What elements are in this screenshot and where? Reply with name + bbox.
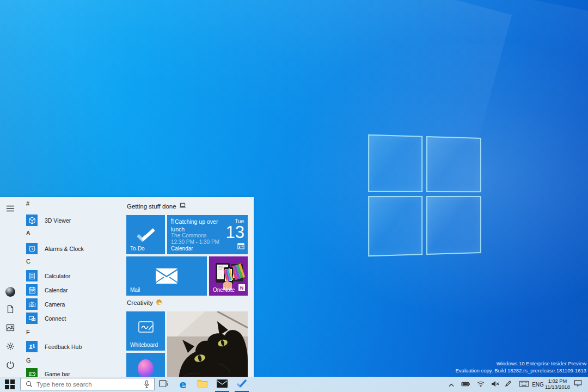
pictures-button[interactable] bbox=[4, 323, 16, 335]
speaker-muted-icon bbox=[491, 379, 499, 389]
event-time: 12:30 PM - 1:30 PM bbox=[171, 239, 224, 246]
tile-to-do[interactable]: To-Do bbox=[126, 215, 165, 254]
action-center-button[interactable] bbox=[571, 377, 585, 392]
app-item-alarms-clock[interactable]: Alarms & Clock bbox=[26, 243, 84, 254]
evaluation-watermark: Windows 10 Enterprise Insider Preview Ev… bbox=[456, 360, 586, 374]
windows-logo-pane bbox=[368, 134, 422, 192]
documents-button[interactable] bbox=[4, 304, 16, 316]
user-avatar bbox=[5, 287, 15, 297]
connect-icon bbox=[26, 313, 38, 324]
calendar-icon bbox=[26, 284, 38, 296]
expand-menu-button[interactable] bbox=[4, 204, 16, 216]
tile-label: Whiteboard bbox=[130, 342, 158, 348]
fork-knife-icon bbox=[171, 218, 175, 226]
battery-tray-button[interactable] bbox=[459, 377, 472, 392]
windows-logo-wallpaper bbox=[368, 134, 481, 256]
taskbar-clock[interactable]: 1:02 PM 11/13/2018 bbox=[544, 378, 571, 390]
tile-mail[interactable]: Mail bbox=[126, 256, 207, 296]
power-button[interactable] bbox=[4, 360, 16, 372]
tile-group-title[interactable]: Creativity bbox=[127, 299, 162, 307]
mail-icon bbox=[217, 379, 228, 390]
taskbar: e bbox=[0, 377, 588, 392]
group-title-text: Getting stuff done bbox=[127, 203, 176, 210]
tile-group-title[interactable]: Getting stuff done bbox=[127, 203, 186, 210]
paint-balloon-icon bbox=[138, 359, 154, 377]
app-item-3d-viewer[interactable]: 3D Viewer bbox=[26, 215, 71, 226]
tile-photos-cat[interactable] bbox=[167, 311, 248, 377]
clock-time: 1:02 PM bbox=[544, 378, 571, 384]
gear-icon bbox=[6, 342, 15, 353]
event-location: The Commons bbox=[171, 232, 224, 239]
windows-logo-pane bbox=[368, 196, 422, 256]
tile-paint-3d[interactable] bbox=[126, 353, 165, 377]
volume-tray-button[interactable] bbox=[488, 377, 501, 392]
onenote-logo-icon: N bbox=[238, 283, 245, 293]
tile-label: OneNote bbox=[213, 287, 235, 293]
language-indicator[interactable]: ENG bbox=[531, 377, 545, 392]
app-section-letter[interactable]: G bbox=[26, 357, 31, 364]
microphone-icon[interactable] bbox=[144, 380, 150, 388]
camera-icon bbox=[26, 298, 38, 310]
app-label: Connect bbox=[45, 315, 66, 322]
app-section-letter[interactable]: # bbox=[26, 200, 29, 207]
app-item-game-bar[interactable]: Game bar bbox=[26, 368, 70, 377]
taskbar-mail-button[interactable] bbox=[215, 377, 230, 392]
app-item-connect[interactable]: Connect bbox=[26, 313, 66, 324]
alarm-clock-icon bbox=[26, 243, 38, 254]
app-section-letter[interactable]: F bbox=[26, 329, 30, 335]
windows-logo-pane bbox=[426, 136, 481, 192]
search-input[interactable] bbox=[36, 381, 139, 388]
language-label: ENG bbox=[532, 382, 544, 388]
document-icon bbox=[6, 305, 15, 316]
taskbar-edge-button[interactable]: e bbox=[175, 377, 191, 392]
app-label: Calculator bbox=[45, 273, 70, 279]
mini-calendar-icon bbox=[237, 242, 244, 252]
clock-date: 11/13/2018 bbox=[544, 384, 571, 390]
app-item-calendar[interactable]: Calendar bbox=[26, 284, 68, 296]
taskbar-to-do-button[interactable] bbox=[234, 377, 249, 392]
wifi-icon bbox=[477, 379, 485, 389]
tile-onenote[interactable]: OneNote N bbox=[209, 256, 248, 296]
power-icon bbox=[6, 360, 15, 371]
pictures-icon bbox=[6, 323, 15, 334]
app-label: 3D Viewer bbox=[45, 217, 71, 224]
app-section-letter[interactable]: C bbox=[26, 258, 30, 265]
file-explorer-icon bbox=[197, 379, 208, 390]
chevron-up-icon bbox=[449, 379, 454, 389]
app-item-camera[interactable]: Camera bbox=[26, 298, 65, 310]
taskbar-search[interactable] bbox=[20, 378, 155, 390]
app-label: Alarms & Clock bbox=[45, 246, 84, 252]
game-bar-icon bbox=[26, 368, 38, 377]
pen-icon bbox=[505, 379, 512, 389]
whiteboard-icon bbox=[126, 311, 165, 343]
hamburger-icon bbox=[6, 204, 15, 215]
action-center-icon bbox=[574, 379, 582, 389]
touch-keyboard-tray-button[interactable] bbox=[516, 377, 531, 392]
user-account-button[interactable] bbox=[4, 286, 16, 298]
task-view-button[interactable] bbox=[157, 377, 171, 392]
3d-viewer-icon bbox=[26, 215, 38, 226]
calculator-icon bbox=[26, 270, 38, 281]
tile-whiteboard[interactable]: Whiteboard bbox=[126, 311, 165, 351]
windows-start-icon bbox=[5, 379, 15, 389]
app-item-calculator[interactable]: Calculator bbox=[26, 270, 70, 281]
app-section-letter[interactable]: A bbox=[26, 230, 30, 236]
tray-overflow-button[interactable] bbox=[445, 377, 457, 392]
start-button[interactable] bbox=[0, 377, 20, 392]
to-do-check-icon bbox=[236, 379, 247, 390]
battery-icon bbox=[461, 379, 470, 389]
keyboard-icon bbox=[519, 379, 529, 389]
taskbar-file-explorer-button[interactable] bbox=[195, 377, 210, 392]
tile-calendar[interactable]: Catching up over lunch The Commons 12:30… bbox=[167, 215, 248, 254]
network-tray-button[interactable] bbox=[474, 377, 487, 392]
pen-tray-button[interactable] bbox=[501, 377, 514, 392]
app-label: Camera bbox=[45, 301, 65, 308]
group-title-text: Creativity bbox=[127, 299, 153, 306]
app-item-feedback-hub[interactable]: Feedback Hub bbox=[26, 341, 82, 352]
feedback-hub-icon bbox=[26, 341, 38, 352]
artist-palette-emoji-icon bbox=[156, 299, 162, 307]
app-label: Calendar bbox=[45, 287, 68, 293]
settings-button[interactable] bbox=[4, 341, 16, 353]
app-label: Game bar bbox=[45, 371, 70, 377]
tile-label: Calendar bbox=[171, 246, 193, 252]
